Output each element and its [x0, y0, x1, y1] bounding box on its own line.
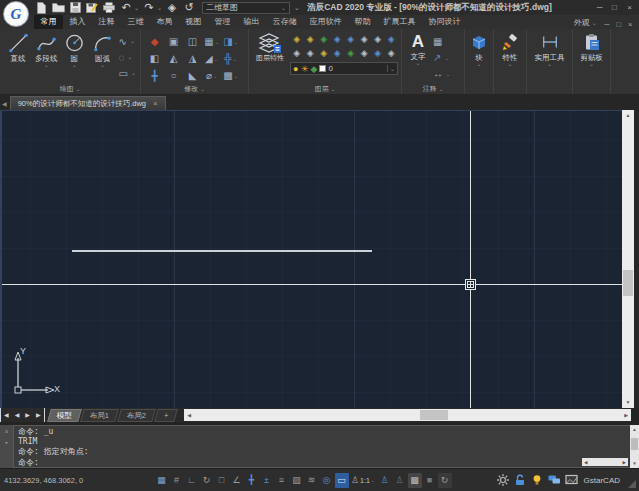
close-icon[interactable]: × — [153, 99, 158, 108]
ribbon-tab[interactable]: 输出 — [237, 15, 266, 29]
chevron-down-icon[interactable]: ⌄ — [547, 62, 552, 67]
snap-toggle[interactable]: # — [170, 473, 184, 488]
rectangle-tool[interactable]: ▭⌄ — [119, 67, 136, 80]
layer-on-bulb-icon[interactable]: ● — [293, 64, 298, 74]
layer-states-tool[interactable]: ◈ — [385, 46, 399, 60]
layer-color-swatch[interactable] — [319, 65, 326, 72]
break-tool[interactable]: ⌀⌄ — [202, 67, 221, 84]
layer-current-tool[interactable]: ◈ — [317, 46, 331, 60]
chevron-down-icon[interactable]: ⌄ — [214, 56, 218, 62]
chevron-down-icon[interactable]: ⌄ — [213, 73, 217, 79]
ribbon-tab[interactable]: 云存储 — [266, 15, 303, 29]
otrack-toggle[interactable]: ∠ — [230, 473, 244, 488]
command-scrollbar-thumb[interactable] — [631, 438, 638, 450]
unlock-icon[interactable] — [514, 474, 527, 487]
ribbon-tab[interactable]: 管理 — [208, 15, 237, 29]
scroll-left-icon[interactable]: ◀ — [184, 412, 194, 418]
utilities-panel-button[interactable]: 实用工具 ⌄ — [527, 29, 573, 94]
chevron-down-icon[interactable]: ⌄ — [444, 55, 448, 61]
chevron-down-icon[interactable]: ⌄ — [589, 62, 594, 67]
3d-orbit-icon[interactable]: ◈ — [165, 1, 179, 14]
chevron-down-icon[interactable]: ⌄ — [415, 61, 420, 66]
layer-dropdown[interactable]: ● ☀ ◆ 0 ⌄ — [290, 62, 398, 75]
scale-tool[interactable]: ◭⌄ — [164, 50, 183, 67]
rotate-tool[interactable]: ◮⌄ — [183, 50, 202, 67]
line-tool[interactable]: 直线 — [6, 32, 30, 84]
layout-tab[interactable]: 模型 — [47, 409, 82, 422]
ortho-toggle[interactable]: ∟ — [185, 473, 199, 488]
chevron-down-icon[interactable]: ⌄ — [232, 56, 236, 62]
modify-panel-label[interactable]: 修改 ⌄ — [141, 84, 248, 94]
annotation-visibility-toggle[interactable]: ♙ — [378, 473, 392, 488]
undo-dropdown-caret-icon[interactable]: ⌄ — [134, 4, 139, 11]
offset-tool[interactable]: ◨⌄ — [221, 33, 240, 50]
osnap-toggle[interactable]: □ — [215, 473, 229, 488]
layer-on-all-tool[interactable]: ◈ — [344, 32, 358, 46]
layer-unisolate-tool[interactable]: ◈ — [358, 32, 372, 46]
scroll-up-icon[interactable]: ▲ — [626, 110, 631, 121]
spline-tool[interactable]: ∿⌄ — [119, 35, 136, 48]
layer-previous-tool[interactable]: ◈ — [304, 46, 318, 60]
align-tool[interactable]: ╬⌄ — [221, 50, 240, 67]
chevron-down-icon[interactable]: ⌄ — [234, 39, 238, 45]
doc-minimize-button[interactable]: ─ — [601, 20, 613, 29]
scroll-down-icon[interactable]: ▼ — [632, 459, 636, 468]
ribbon-tab[interactable]: 布局 — [150, 15, 179, 29]
explode-tool[interactable]: ▩⌄ — [221, 67, 240, 84]
appearance-menu[interactable]: 外观 — [574, 17, 590, 28]
ribbon-tab[interactable]: 帮助 — [348, 15, 377, 29]
scroll-left-icon[interactable]: ◀ — [584, 460, 587, 465]
horizontal-scrollbar-thumb[interactable] — [420, 410, 448, 420]
circle-tool[interactable]: 圆 ⌄ — [62, 32, 86, 84]
model-space-toggle[interactable]: ▭ — [335, 473, 349, 488]
layer-freeze-sun-icon[interactable]: ☀ — [300, 64, 308, 74]
save-icon[interactable] — [68, 1, 82, 14]
move-tool[interactable]: ╋⌄ — [145, 67, 164, 84]
chevron-down-icon[interactable]: ⌄ — [371, 477, 375, 483]
erase-tool[interactable]: ◆⌄ — [145, 33, 164, 50]
chevron-down-icon[interactable]: ⌄ — [387, 65, 395, 72]
last-layout-icon[interactable]: ▶ — [33, 408, 45, 422]
layer-panel-label[interactable]: 图层 ⌄ — [249, 84, 401, 94]
open-file-icon[interactable] — [51, 1, 65, 14]
display-settings-icon[interactable] — [565, 474, 578, 487]
redo-icon[interactable]: ↷ — [142, 1, 156, 14]
feedback-chat-icon[interactable] — [548, 474, 561, 487]
layout-tab[interactable]: + — [154, 409, 178, 422]
chevron-down-icon[interactable]: ⌄ — [215, 39, 219, 45]
close-icon[interactable]: × — [4, 428, 8, 435]
grid-display-toggle[interactable]: ▦ — [155, 473, 169, 488]
arc-tool[interactable]: 圆弧 ⌄ — [90, 32, 114, 84]
first-layout-icon[interactable]: ◀ — [0, 408, 12, 422]
layout-tab[interactable]: 布局2 — [117, 409, 156, 422]
leader-tool[interactable]: ↗⌄ — [433, 51, 450, 64]
regen-icon[interactable]: ↺ — [182, 1, 196, 14]
lightbulb-icon[interactable] — [531, 474, 544, 487]
text-tool[interactable]: A 文字 ⌄ — [407, 32, 429, 84]
layer-off-tool[interactable]: ◈ — [290, 32, 304, 46]
ribbon-tab[interactable]: 应用软件 — [303, 15, 348, 29]
chevron-down-icon[interactable]: ⌄ — [130, 39, 135, 44]
properties-panel-button[interactable]: 特性 ⌄ — [494, 29, 527, 94]
osnap-3d-toggle[interactable]: ╋ — [245, 473, 259, 488]
dynamic-input-toggle[interactable]: ± — [260, 473, 274, 488]
clipboard-panel-button[interactable]: 剪贴板 ⌄ — [573, 29, 611, 94]
auto-annotation-toggle[interactable]: ♙ — [393, 473, 407, 488]
polar-tracking-toggle[interactable]: ↻ — [200, 473, 214, 488]
prev-layout-icon[interactable]: ◀ — [12, 408, 23, 422]
stretch-tool[interactable]: ◧⌄ — [145, 50, 164, 67]
doc-close-button[interactable]: × — [625, 20, 636, 29]
table-tool[interactable]: ▦⌄ — [433, 35, 450, 48]
workspace-dropdown[interactable]: 二维草图 ⌄ — [202, 2, 290, 14]
array-tool[interactable]: ▦⌄ — [202, 33, 221, 50]
command-history[interactable]: ◀ ▶ 命令: _uTRIM命令: 指定对角点:命令: — [13, 425, 630, 468]
isolate-objects-toggle[interactable]: ▩ — [408, 473, 422, 488]
dimension-tool[interactable]: ↔⌄ — [433, 67, 450, 80]
layer-thaw-tool[interactable]: ◈ — [371, 32, 385, 46]
ribbon-tab[interactable]: 常用 — [34, 15, 63, 29]
command-vertical-scrollbar[interactable]: ▲ ▼ — [630, 425, 639, 468]
layer-plot-icon[interactable]: ◆ — [311, 64, 318, 74]
quick-view-toggle[interactable]: ◎ — [320, 473, 334, 488]
trim-tool[interactable]: ◢⌄ — [202, 50, 221, 67]
chevron-down-icon[interactable]: ⌄ — [100, 63, 105, 68]
